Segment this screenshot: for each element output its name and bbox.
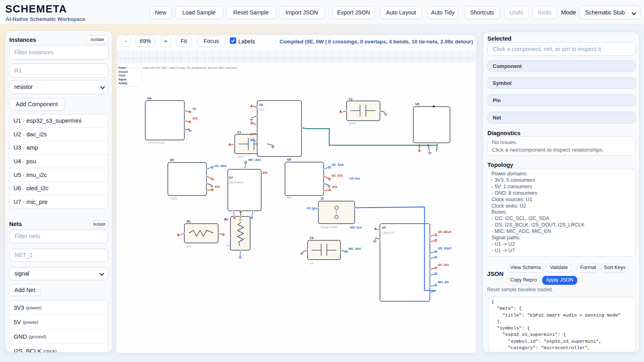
svg-text:MIC bus: MIC bus <box>350 226 362 229</box>
svg-text:100nF: 100nF <box>349 122 356 125</box>
svg-text:Mic Preamp: Mic Preamp <box>229 181 244 184</box>
svg-text:MIC_ADC: MIC_ADC <box>248 158 261 161</box>
svg-text:I2C_SDA: I2C_SDA <box>332 163 344 166</box>
svg-text:U4: U4 <box>147 97 151 100</box>
svg-text:I2S_BCLK: I2S_BCLK <box>438 230 452 233</box>
svg-text:100nF: 100nF <box>237 155 245 158</box>
svg-text:I2C_SCL: I2C_SCL <box>332 174 344 177</box>
svg-text:R1: R1 <box>187 220 191 223</box>
svg-text:C2: C2 <box>349 97 353 101</box>
svg-text:Analog: Analog <box>119 82 127 85</box>
svg-text:Signal: Signal <box>119 78 126 81</box>
svg-text:C1: C1 <box>237 130 241 134</box>
svg-text:3V3: 3V3 <box>215 185 220 188</box>
svg-text:R2: R2 <box>224 218 228 221</box>
svg-text:IMU: IMU <box>287 196 292 199</box>
svg-text:I2C_SCL: I2C_SCL <box>438 263 450 266</box>
svg-text:Clock: Clock <box>119 74 126 77</box>
svg-text:I2S_DOUT: I2S_DOUT <box>438 247 452 250</box>
svg-text:Ground: Ground <box>119 70 128 73</box>
svg-text:I2S bus: I2S bus <box>349 177 360 180</box>
svg-text:Debug Header: Debug Header <box>320 226 338 229</box>
svg-text:I2C_SDA: I2C_SDA <box>215 165 227 167</box>
svg-text:DAC: DAC <box>259 108 265 111</box>
svg-text:I2C bus: I2C bus <box>307 206 318 210</box>
svg-text:C3: C3 <box>310 236 314 240</box>
svg-text:1uF: 1uF <box>310 262 314 265</box>
svg-text:J1: J1 <box>320 197 324 200</box>
svg-text:ESP32-S3: ESP32-S3 <box>382 231 394 234</box>
svg-text:OLED: OLED <box>170 197 177 200</box>
svg-text:10k: 10k <box>226 244 230 247</box>
svg-text:U3: U3 <box>415 102 419 106</box>
svg-text:5V: 5V <box>193 107 196 110</box>
svg-text:U1: U1 <box>382 226 386 229</box>
svg-text:U5: U5 <box>287 158 291 161</box>
svg-text:3V3: 3V3 <box>192 117 198 120</box>
svg-text:U7: U7 <box>229 176 233 179</box>
svg-text:MIC_ADC: MIC_ADC <box>349 247 361 250</box>
svg-text:10k: 10k <box>187 245 191 248</box>
svg-text:U6: U6 <box>170 158 174 162</box>
svg-text:Power: Power <box>119 66 126 69</box>
svg-text:3V3: 3V3 <box>332 185 337 188</box>
svg-text:5V/3V3 Power: 5V/3V3 Power <box>148 141 165 144</box>
svg-text:U2: U2 <box>259 103 263 107</box>
svg-text:MIC_EN: MIC_EN <box>438 281 448 284</box>
svg-text:3V3: 3V3 <box>262 171 268 174</box>
